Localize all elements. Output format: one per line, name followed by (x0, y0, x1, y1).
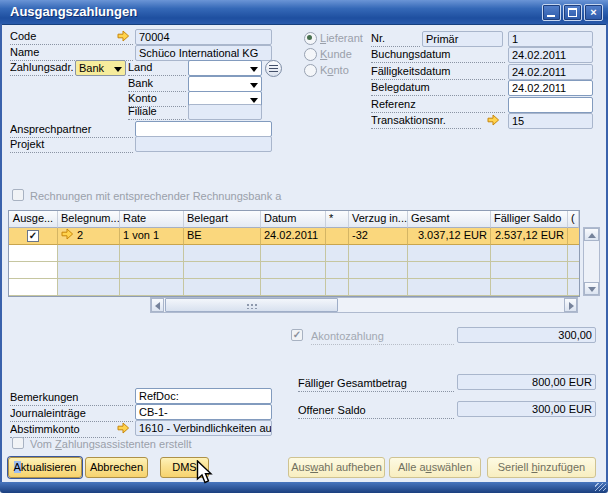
col-header-datum[interactable]: Datum (261, 211, 326, 228)
seriell-hinzufuegen-button[interactable]: Seriell hinzufügen (487, 457, 596, 478)
belegdatum-label: Belegdatum (371, 81, 505, 96)
table-empty-row[interactable] (9, 262, 579, 279)
maximize-button[interactable] (563, 4, 582, 21)
row-verzug-cell[interactable]: -32 (349, 228, 408, 245)
col-header-ausgewaehlt[interactable]: Ausge... (9, 211, 58, 228)
transaktionsnr-field[interactable]: 15 (508, 113, 593, 129)
land-dropdown[interactable] (188, 60, 262, 76)
row-select-cell[interactable]: ✓ (9, 228, 58, 245)
window-left-border (0, 24, 2, 483)
table-row[interactable]: ✓ 2 1 von 1 BE 24.02.2011 -32 3.037,12 E… (9, 228, 579, 245)
aktualisieren-button[interactable]: Aktualisieren (8, 457, 82, 478)
code-label: Code (10, 30, 133, 45)
close-button[interactable]: × (584, 4, 603, 21)
dms-button[interactable]: DMS (160, 457, 209, 478)
col-header-verzug[interactable]: Verzug in... (349, 211, 408, 228)
zahlungsassistent-checkbox (12, 437, 24, 449)
table-horizontal-scrollbar[interactable] (150, 297, 578, 313)
row-next-cell[interactable] (568, 228, 579, 245)
abstimmkonto-field[interactable]: 1610 - Verbindlichkeiten aus L. (135, 420, 272, 436)
table-empty-row[interactable] (9, 279, 579, 296)
radio-konto (304, 64, 317, 77)
abbrechen-button[interactable]: Abbrechen (85, 457, 148, 478)
table-vertical-scrollbar[interactable] (583, 227, 600, 296)
projekt-label: Projekt (10, 138, 133, 153)
buchungsdatum-label: Buchungsdatum (371, 48, 505, 63)
ansprechpartner-field[interactable] (135, 121, 272, 137)
abstimmkonto-label: Abstimmkonto (10, 423, 116, 438)
scroll-up-button[interactable] (584, 228, 599, 241)
row-checkbox[interactable]: ✓ (27, 230, 39, 242)
nr-series-field[interactable]: Primär (422, 31, 503, 47)
col-header-next[interactable]: ( (568, 211, 579, 228)
nr-label: Nr. (371, 32, 420, 47)
radio-lieferant-label: Lieferant (320, 32, 363, 44)
col-header-faelliger-saldo[interactable]: Fälliger Saldo (491, 211, 568, 228)
scroll-left-button[interactable] (151, 298, 164, 312)
radio-konto-label: Konto (320, 64, 349, 76)
buchungsdatum-field[interactable]: 24.02.2011 (508, 47, 593, 63)
arrow-up-icon (588, 233, 596, 238)
scrollbar-thumb[interactable] (165, 298, 338, 312)
faelliger-gesamtbetrag-field: 800,00 EUR (457, 374, 596, 390)
alle-auswaehlen-button[interactable]: Alle auswählen (389, 457, 481, 478)
scroll-right-button[interactable] (564, 298, 577, 312)
titlebar[interactable]: Ausgangszahlungen × (0, 0, 608, 25)
resize-grip-icon (595, 483, 606, 491)
row-belegnummer-cell[interactable]: 2 (58, 228, 120, 245)
transaktionsnr-link-arrow-icon[interactable] (487, 114, 500, 126)
journaleintraege-label: Journaleinträge (10, 407, 133, 422)
window-title: Ausgangszahlungen (10, 4, 137, 19)
code-link-arrow-icon[interactable] (117, 30, 130, 42)
row-rate-cell[interactable]: 1 von 1 (120, 228, 184, 245)
row-belegart-cell[interactable]: BE (184, 228, 261, 245)
radio-kunde (304, 48, 317, 61)
table-empty-row[interactable] (9, 245, 579, 262)
referenz-field[interactable] (508, 97, 593, 113)
row-link-arrow-icon[interactable] (61, 228, 74, 240)
ansprechpartner-label: Ansprechpartner (10, 123, 133, 138)
window-bottom-bar (0, 482, 608, 493)
transaktionsnr-label: Transaktionsnr. (371, 114, 481, 129)
invoice-filter-checkbox (12, 189, 24, 201)
col-header-belegart[interactable]: Belegart (184, 211, 261, 228)
name-field[interactable]: Schüco International KG (135, 45, 272, 61)
projekt-field[interactable] (135, 136, 272, 152)
bank-label: Bank (128, 77, 186, 92)
row-star-cell[interactable] (326, 228, 349, 245)
belegdatum-field[interactable]: 24.02.2011 (508, 80, 593, 96)
col-header-gesamt[interactable]: Gesamt (408, 211, 491, 228)
row-saldo-cell[interactable]: 2.537,12 EUR (491, 228, 568, 245)
journaleintraege-field[interactable]: CB-1- (135, 404, 272, 420)
row-datum-cell[interactable]: 24.02.2011 (261, 228, 326, 245)
faelligkeitsdatum-label: Fälligkeitsdatum (371, 65, 505, 80)
akontozahlung-field[interactable]: 300,00 (457, 327, 596, 343)
col-header-rate[interactable]: Rate (120, 211, 184, 228)
filiale-label: Filiale (128, 105, 186, 120)
arrow-down-icon (588, 287, 596, 292)
col-header-belegnummer[interactable]: Belegnum... (58, 211, 120, 228)
radio-kunde-label: Kunde (320, 48, 352, 60)
name-label: Name (10, 46, 133, 61)
documents-table: Ausge... Belegnum... Rate Belegart Datum… (8, 210, 580, 297)
faelligkeitsdatum-field[interactable]: 24.02.2011 (508, 64, 593, 80)
code-field[interactable]: 70004 (135, 29, 272, 45)
referenz-label: Referenz (371, 98, 505, 113)
row-gesamt-cell[interactable]: 3.037,12 EUR (408, 228, 491, 245)
zahlungsadr-dropdown[interactable]: Bank (75, 60, 126, 76)
col-header-star[interactable]: * (326, 211, 349, 228)
abstimmkonto-link-arrow-icon[interactable] (117, 422, 130, 434)
nr-number-field[interactable]: 1 (508, 31, 593, 47)
land-label: Land (128, 61, 186, 76)
bank-dropdown[interactable] (188, 76, 262, 92)
minimize-button[interactable] (542, 4, 561, 21)
auswahl-aufheben-button[interactable]: Auswahl aufheben (288, 457, 385, 478)
akontozahlung-label: Akontozahlung (311, 330, 454, 345)
scroll-down-button[interactable] (584, 282, 599, 295)
bemerkungen-field[interactable]: RefDoc: (135, 388, 272, 404)
zahlungsadr-label: Zahlungsadr. (10, 61, 73, 76)
minimize-icon (547, 15, 555, 17)
radio-lieferant (304, 32, 317, 45)
invoice-filter-label: Rechnungen mit entsprechender Rechnungsb… (30, 190, 281, 202)
address-list-button[interactable] (265, 60, 282, 77)
